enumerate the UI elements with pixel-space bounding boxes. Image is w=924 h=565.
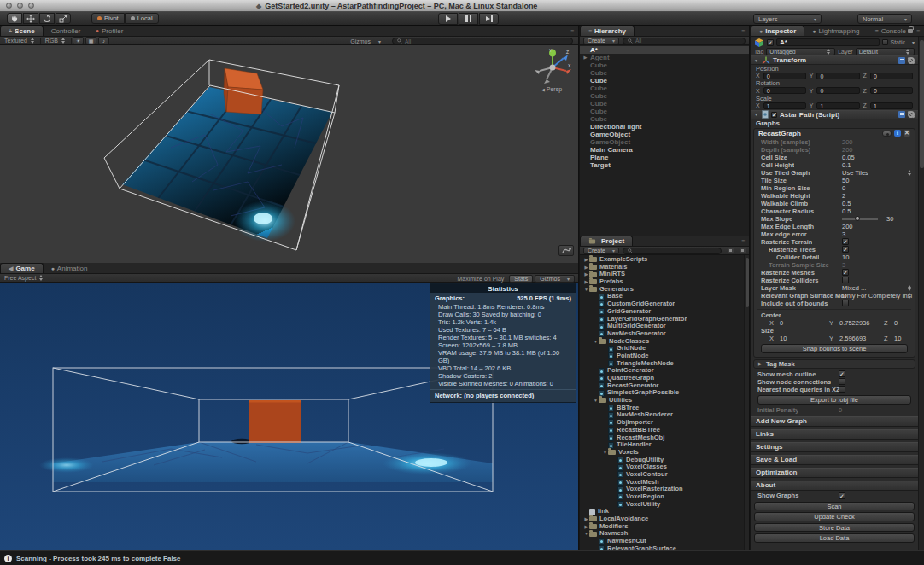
hierarchy-item[interactable]: Target: [580, 161, 749, 169]
checked-checkbox[interactable]: ✓: [842, 269, 849, 276]
expand-arrow-icon[interactable]: ▼: [583, 530, 589, 538]
unchecked-checkbox[interactable]: [842, 300, 849, 306]
tab-game[interactable]: ◀Game: [0, 263, 44, 273]
scale-z-field[interactable]: 1: [870, 102, 913, 109]
tag-dropdown[interactable]: Untagged: [766, 48, 835, 55]
project-item[interactable]: RecastBBTree: [580, 427, 749, 434]
rotation-x-field[interactable]: 0: [763, 87, 806, 94]
center-z-field[interactable]: 0: [894, 319, 898, 327]
static-checkbox[interactable]: [882, 39, 888, 45]
hierarchy-item[interactable]: Cube: [580, 61, 749, 69]
search-by-label-icon[interactable]: [740, 248, 746, 253]
project-item[interactable]: ▼Utilities: [580, 397, 749, 405]
search-by-type-icon[interactable]: [728, 248, 734, 253]
game-viewport[interactable]: Statistics Graphics: 525.0 FPS (1.9ms) M…: [0, 282, 579, 550]
tag-mask-foldout[interactable]: ▶ Tag Mask: [753, 359, 915, 369]
perspective-label[interactable]: ◀ Persp: [531, 86, 572, 92]
scene-camera-preview-button[interactable]: [558, 245, 574, 256]
help-book-icon[interactable]: [898, 57, 905, 64]
render-channels-dropdown[interactable]: RGB: [41, 37, 71, 45]
project-create-button[interactable]: Create▾: [583, 248, 619, 254]
project-item[interactable]: ObjImporter: [580, 419, 749, 427]
window-controls[interactable]: [6, 3, 34, 9]
setting-value[interactable]: 200: [842, 138, 853, 146]
pivot-mode-button[interactable]: Pivot: [91, 13, 125, 24]
expand-arrow-icon[interactable]: ▼: [602, 449, 608, 457]
panel-menu-icon[interactable]: ≡: [570, 28, 575, 34]
scene-cube[interactable]: [224, 68, 263, 114]
inspector-scrollbar-thumb[interactable]: [920, 40, 924, 168]
hierarchy-search-input[interactable]: All: [623, 38, 746, 44]
setting-value[interactable]: 0: [842, 184, 845, 192]
active-checkbox[interactable]: ✓: [767, 39, 774, 46]
layout-dropdown[interactable]: Normal ▾: [857, 14, 912, 24]
tab-inspector[interactable]: ●Inspector: [751, 26, 804, 36]
astar-component-header[interactable]: ▼ ✓ Astar Path (Script): [751, 110, 918, 119]
expand-arrow-icon[interactable]: ▶: [583, 523, 589, 531]
hierarchy-item[interactable]: Cube: [580, 84, 749, 92]
expand-arrow-icon[interactable]: ▶: [583, 278, 589, 286]
tab-profiler[interactable]: ●Profiler: [88, 26, 131, 36]
setting-value[interactable]: 0.1: [842, 161, 851, 169]
tab-animation[interactable]: ●Animation: [44, 263, 96, 273]
center-y-field[interactable]: 0.7522936: [839, 319, 869, 327]
position-x-field[interactable]: 0: [763, 73, 806, 79]
project-item[interactable]: VoxelRasterization: [580, 486, 749, 493]
project-item[interactable]: QuadtreeGraph: [580, 375, 749, 382]
project-search-input[interactable]: [623, 248, 722, 254]
initial-penalty-value[interactable]: 0: [839, 406, 842, 414]
hierarchy-item[interactable]: GameObject: [580, 138, 749, 146]
project-item[interactable]: CustomGridGenerator: [580, 300, 749, 308]
setting-value[interactable]: 200: [842, 223, 853, 230]
help-book-icon[interactable]: [898, 111, 905, 118]
hierarchy-item[interactable]: Cube: [580, 69, 749, 77]
move-tool-button[interactable]: [23, 13, 38, 24]
tab-hierarchy[interactable]: ≡Hierarchy: [580, 26, 635, 36]
scene-3d-canvas[interactable]: [0, 45, 579, 263]
section-save-load[interactable]: Save & Load: [751, 455, 918, 465]
updown-icon[interactable]: [907, 169, 913, 177]
audio-toggle-button[interactable]: ♪: [98, 37, 109, 44]
setting-value[interactable]: 3: [842, 230, 845, 238]
scene-search-input[interactable]: All: [392, 38, 573, 44]
project-item[interactable]: TileHandler: [580, 441, 749, 449]
scale-y-field[interactable]: 1: [816, 102, 859, 109]
panel-menu-icon[interactable]: ≡: [741, 28, 746, 34]
foldout-icon[interactable]: ▼: [754, 58, 759, 63]
expand-arrow-icon[interactable]: ▶: [583, 271, 589, 278]
rotation-y-field[interactable]: 0: [816, 87, 859, 94]
stats-toggle-button[interactable]: Stats: [509, 275, 533, 282]
scene-gizmos-dropdown[interactable]: Gizmos▾: [346, 37, 385, 45]
unchecked-checkbox[interactable]: [839, 386, 845, 393]
show-graphs-checkbox[interactable]: ✓: [839, 492, 845, 499]
tab-controller[interactable]: Controller: [44, 26, 89, 36]
foldout-icon[interactable]: ▼: [754, 112, 759, 117]
expand-arrow-icon[interactable]: ▶: [582, 54, 588, 61]
lighting-toggle-button[interactable]: ☀: [73, 37, 84, 44]
checked-checkbox[interactable]: ✓: [839, 370, 845, 377]
project-item[interactable]: TriangleMeshNode: [580, 360, 749, 368]
rotate-tool-button[interactable]: [39, 13, 55, 24]
info-icon[interactable]: i: [894, 130, 901, 137]
size-z-field[interactable]: 10: [894, 335, 901, 342]
status-bar[interactable]: i Scanning - Process took 245 ms to comp…: [0, 550, 924, 565]
play-button[interactable]: [438, 13, 458, 25]
project-item[interactable]: NavMeshRenderer: [580, 411, 749, 419]
lock-icon[interactable]: [908, 29, 913, 33]
section-optimization[interactable]: Optimization: [751, 468, 918, 478]
hierarchy-item[interactable]: Cube: [580, 100, 749, 108]
scan-button[interactable]: Scan: [754, 502, 915, 511]
project-item[interactable]: ▼NodeClasses: [580, 338, 749, 346]
project-scrollbar-thumb[interactable]: [746, 258, 749, 307]
project-item[interactable]: ▼Voxels: [580, 449, 749, 457]
project-item[interactable]: NavMeshGenerator: [580, 330, 749, 338]
checked-checkbox[interactable]: ✓: [842, 246, 849, 253]
object-name-field[interactable]: A*: [776, 38, 880, 46]
layers-dropdown[interactable]: Layers ▾: [753, 14, 822, 24]
expand-arrow-icon[interactable]: ▶: [583, 515, 589, 523]
expand-arrow-icon[interactable]: ▼: [583, 286, 589, 294]
setting-value[interactable]: 50: [842, 177, 849, 184]
project-item[interactable]: VoxelContour: [580, 471, 749, 479]
recastgraph-title[interactable]: RecastGraph: [758, 130, 801, 137]
setting-value[interactable]: 0.5: [842, 207, 851, 215]
